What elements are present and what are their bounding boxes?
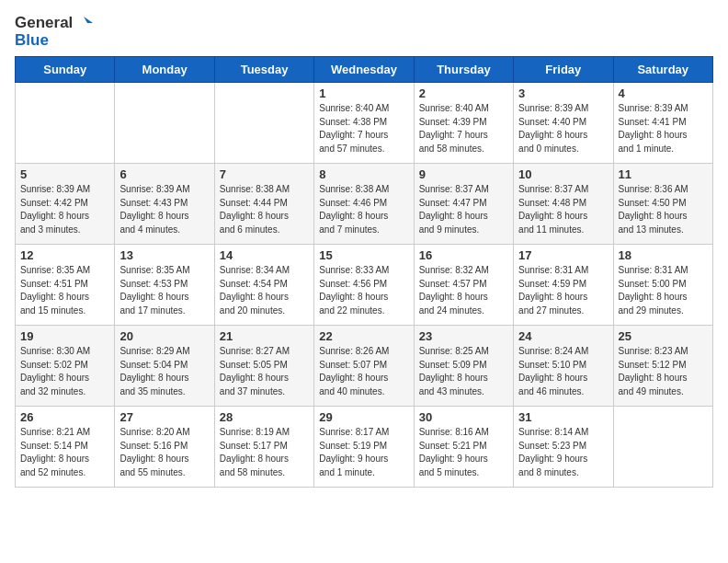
cell-content: Sunrise: 8:20 AM Sunset: 5:16 PM Dayligh… [119, 426, 209, 479]
week-row-3: 12Sunrise: 8:35 AM Sunset: 4:51 PM Dayli… [16, 245, 713, 326]
cell-content: Sunrise: 8:14 AM Sunset: 5:23 PM Dayligh… [518, 426, 608, 479]
calendar-cell: 24Sunrise: 8:24 AM Sunset: 5:10 PM Dayli… [514, 326, 613, 407]
calendar-cell: 6Sunrise: 8:39 AM Sunset: 4:43 PM Daylig… [115, 164, 214, 245]
calendar-cell: 13Sunrise: 8:35 AM Sunset: 4:53 PM Dayli… [115, 245, 214, 326]
day-number: 29 [319, 410, 408, 424]
day-number: 21 [220, 329, 309, 343]
calendar-cell [115, 83, 214, 164]
cell-content: Sunrise: 8:32 AM Sunset: 4:57 PM Dayligh… [419, 264, 508, 317]
cell-content: Sunrise: 8:25 AM Sunset: 5:09 PM Dayligh… [419, 345, 508, 398]
calendar-cell: 17Sunrise: 8:31 AM Sunset: 4:59 PM Dayli… [514, 245, 613, 326]
cell-content: Sunrise: 8:21 AM Sunset: 5:14 PM Dayligh… [20, 426, 109, 479]
day-number: 8 [319, 167, 408, 181]
calendar-cell: 1Sunrise: 8:40 AM Sunset: 4:38 PM Daylig… [314, 83, 414, 164]
calendar-cell: 2Sunrise: 8:40 AM Sunset: 4:39 PM Daylig… [414, 83, 513, 164]
day-header-saturday: Saturday [613, 57, 712, 83]
header: General Blue [15, 15, 713, 49]
day-number: 27 [119, 410, 209, 424]
calendar-cell: 21Sunrise: 8:27 AM Sunset: 5:05 PM Dayli… [214, 326, 313, 407]
day-number: 28 [220, 410, 309, 424]
calendar-cell [613, 407, 712, 488]
day-number: 10 [518, 167, 608, 181]
calendar-cell: 5Sunrise: 8:39 AM Sunset: 4:42 PM Daylig… [16, 164, 115, 245]
calendar-cell: 10Sunrise: 8:37 AM Sunset: 4:48 PM Dayli… [514, 164, 613, 245]
day-number: 19 [20, 329, 109, 343]
calendar-cell: 28Sunrise: 8:19 AM Sunset: 5:17 PM Dayli… [214, 407, 313, 488]
logo-blue: Blue [15, 32, 93, 50]
cell-content: Sunrise: 8:35 AM Sunset: 4:51 PM Dayligh… [20, 264, 109, 317]
calendar-cell: 31Sunrise: 8:14 AM Sunset: 5:23 PM Dayli… [514, 407, 613, 488]
day-number: 3 [518, 86, 608, 100]
cell-content: Sunrise: 8:30 AM Sunset: 5:02 PM Dayligh… [20, 345, 109, 398]
day-number: 2 [419, 86, 508, 100]
day-number: 5 [20, 167, 109, 181]
calendar-cell: 20Sunrise: 8:29 AM Sunset: 5:04 PM Dayli… [115, 326, 214, 407]
calendar-cell: 3Sunrise: 8:39 AM Sunset: 4:40 PM Daylig… [514, 83, 613, 164]
day-number: 1 [319, 86, 408, 100]
day-number: 16 [419, 248, 508, 262]
day-header-sunday: Sunday [16, 57, 115, 83]
cell-content: Sunrise: 8:29 AM Sunset: 5:04 PM Dayligh… [119, 345, 209, 398]
logo-general: General [15, 15, 73, 32]
day-number: 26 [20, 410, 109, 424]
day-number: 12 [20, 248, 109, 262]
calendar-cell: 14Sunrise: 8:34 AM Sunset: 4:54 PM Dayli… [214, 245, 313, 326]
cell-content: Sunrise: 8:31 AM Sunset: 5:00 PM Dayligh… [619, 264, 708, 317]
day-number: 20 [119, 329, 209, 343]
cell-content: Sunrise: 8:37 AM Sunset: 4:47 PM Dayligh… [419, 183, 508, 236]
cell-content: Sunrise: 8:39 AM Sunset: 4:40 PM Dayligh… [518, 102, 608, 155]
calendar-cell: 19Sunrise: 8:30 AM Sunset: 5:02 PM Dayli… [16, 326, 115, 407]
calendar-cell: 25Sunrise: 8:23 AM Sunset: 5:12 PM Dayli… [613, 326, 712, 407]
cell-content: Sunrise: 8:39 AM Sunset: 4:42 PM Dayligh… [20, 183, 109, 236]
day-number: 30 [419, 410, 508, 424]
day-number: 7 [220, 167, 309, 181]
calendar-cell [16, 83, 115, 164]
day-number: 9 [419, 167, 508, 181]
week-row-1: 1Sunrise: 8:40 AM Sunset: 4:38 PM Daylig… [16, 83, 713, 164]
day-number: 24 [518, 329, 608, 343]
day-number: 25 [619, 329, 708, 343]
cell-content: Sunrise: 8:38 AM Sunset: 4:44 PM Dayligh… [220, 183, 309, 236]
week-row-2: 5Sunrise: 8:39 AM Sunset: 4:42 PM Daylig… [16, 164, 713, 245]
calendar-cell: 16Sunrise: 8:32 AM Sunset: 4:57 PM Dayli… [414, 245, 513, 326]
calendar-cell: 22Sunrise: 8:26 AM Sunset: 5:07 PM Dayli… [314, 326, 414, 407]
day-header-friday: Friday [514, 57, 613, 83]
calendar-cell: 7Sunrise: 8:38 AM Sunset: 4:44 PM Daylig… [214, 164, 313, 245]
week-row-5: 26Sunrise: 8:21 AM Sunset: 5:14 PM Dayli… [16, 407, 713, 488]
cell-content: Sunrise: 8:33 AM Sunset: 4:56 PM Dayligh… [319, 264, 408, 317]
cell-content: Sunrise: 8:38 AM Sunset: 4:46 PM Dayligh… [319, 183, 408, 236]
cell-content: Sunrise: 8:16 AM Sunset: 5:21 PM Dayligh… [419, 426, 508, 479]
calendar-cell [214, 83, 313, 164]
cell-content: Sunrise: 8:39 AM Sunset: 4:43 PM Dayligh… [119, 183, 209, 236]
calendar-cell: 12Sunrise: 8:35 AM Sunset: 4:51 PM Dayli… [16, 245, 115, 326]
calendar-cell: 4Sunrise: 8:39 AM Sunset: 4:41 PM Daylig… [613, 83, 712, 164]
calendar-cell: 26Sunrise: 8:21 AM Sunset: 5:14 PM Dayli… [16, 407, 115, 488]
calendar-cell: 23Sunrise: 8:25 AM Sunset: 5:09 PM Dayli… [414, 326, 513, 407]
days-header-row: SundayMondayTuesdayWednesdayThursdayFrid… [16, 57, 713, 83]
day-number: 13 [119, 248, 209, 262]
svg-marker-0 [84, 17, 93, 23]
day-header-wednesday: Wednesday [314, 57, 414, 83]
day-number: 31 [518, 410, 608, 424]
cell-content: Sunrise: 8:40 AM Sunset: 4:39 PM Dayligh… [419, 102, 508, 155]
calendar-cell: 27Sunrise: 8:20 AM Sunset: 5:16 PM Dayli… [115, 407, 214, 488]
calendar-cell: 8Sunrise: 8:38 AM Sunset: 4:46 PM Daylig… [314, 164, 414, 245]
cell-content: Sunrise: 8:26 AM Sunset: 5:07 PM Dayligh… [319, 345, 408, 398]
cell-content: Sunrise: 8:24 AM Sunset: 5:10 PM Dayligh… [518, 345, 608, 398]
calendar-cell: 9Sunrise: 8:37 AM Sunset: 4:47 PM Daylig… [414, 164, 513, 245]
cell-content: Sunrise: 8:40 AM Sunset: 4:38 PM Dayligh… [319, 102, 408, 155]
cell-content: Sunrise: 8:31 AM Sunset: 4:59 PM Dayligh… [518, 264, 608, 317]
day-number: 11 [619, 167, 708, 181]
calendar-cell: 29Sunrise: 8:17 AM Sunset: 5:19 PM Dayli… [314, 407, 414, 488]
logo-container: General Blue [15, 15, 93, 49]
cell-content: Sunrise: 8:37 AM Sunset: 4:48 PM Dayligh… [518, 183, 608, 236]
calendar-table: SundayMondayTuesdayWednesdayThursdayFrid… [15, 56, 713, 488]
day-number: 6 [119, 167, 209, 181]
cell-content: Sunrise: 8:27 AM Sunset: 5:05 PM Dayligh… [220, 345, 309, 398]
cell-content: Sunrise: 8:36 AM Sunset: 4:50 PM Dayligh… [619, 183, 708, 236]
day-header-tuesday: Tuesday [214, 57, 313, 83]
day-header-monday: Monday [115, 57, 214, 83]
day-header-thursday: Thursday [414, 57, 513, 83]
cell-content: Sunrise: 8:23 AM Sunset: 5:12 PM Dayligh… [619, 345, 708, 398]
day-number: 14 [220, 248, 309, 262]
